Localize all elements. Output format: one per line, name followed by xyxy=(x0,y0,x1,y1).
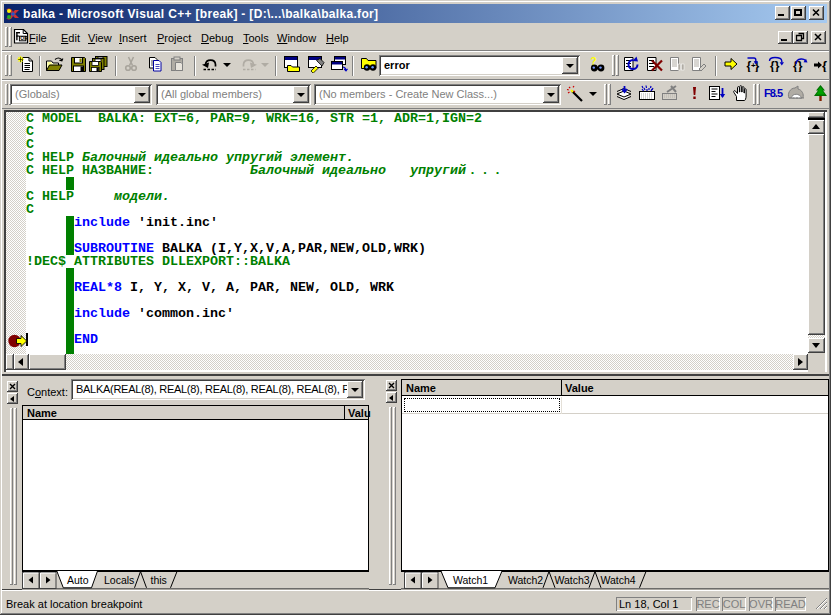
svg-text:Watch1: Watch1 xyxy=(453,574,488,586)
svg-text:Watch4: Watch4 xyxy=(601,574,636,586)
svg-text:F8.5: F8.5 xyxy=(764,87,783,99)
svg-text:{}: {} xyxy=(770,59,780,73)
svg-text:Locals: Locals xyxy=(104,574,134,586)
svg-text:{: { xyxy=(822,58,827,73)
svg-text:OR: OR xyxy=(20,35,28,41)
svg-text:Watch3: Watch3 xyxy=(555,574,590,586)
svg-text:Watch2: Watch2 xyxy=(508,574,543,586)
svg-text:Auto: Auto xyxy=(67,574,89,586)
svg-text:this: this xyxy=(151,574,167,586)
